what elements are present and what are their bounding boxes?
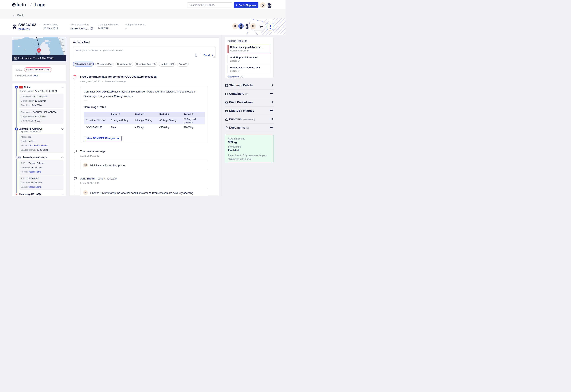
svg-text:District: District [59, 43, 62, 44]
svg-text:Banqiao: Banqiao [60, 42, 63, 43]
